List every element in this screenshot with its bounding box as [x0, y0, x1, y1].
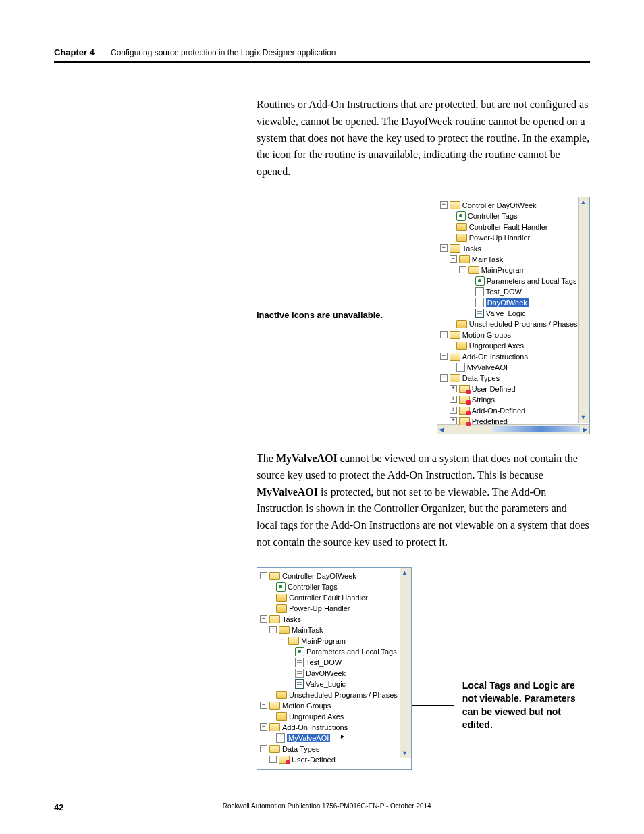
tree-node-mainprogram[interactable]: −MainProgram [440, 265, 589, 276]
tree-label: Unscheduled Programs / Phases [469, 320, 578, 328]
tree-node-motion-groups[interactable]: −Motion Groups [260, 700, 411, 711]
collapse-icon[interactable]: − [260, 723, 267, 731]
folder-open-icon [269, 723, 280, 731]
tree-node-user-defined[interactable]: +User-Defined [440, 384, 589, 394]
collapse-icon[interactable]: − [260, 745, 267, 752]
tree-node-valve-logic[interactable]: Valve_Logic [260, 679, 411, 689]
tree-node-params[interactable]: Parameters and Local Tags [260, 646, 411, 657]
expand-icon[interactable]: + [269, 756, 277, 763]
section-title: Configuring source protection in the Log… [111, 48, 336, 57]
callout-local-tags: Local Tags and Logic are not viewable. P… [462, 679, 590, 732]
tree-node-dayofweek[interactable]: DayOfWeek [260, 668, 411, 679]
collapse-icon[interactable]: − [260, 615, 267, 623]
collapse-icon[interactable]: − [440, 374, 448, 382]
tags-icon [456, 211, 466, 221]
tree-label: Data Types [462, 374, 500, 382]
tree-node-controller-tags[interactable]: Controller Tags [260, 581, 411, 592]
controller-organizer-tree-1[interactable]: ▲ ▼ ◀ ▶ −Controller DayOfWeek Controller… [437, 197, 590, 434]
tree-node-dayofweek[interactable]: DayOfWeek [440, 297, 589, 308]
tree-node-powerup[interactable]: Power-Up Handler [260, 603, 411, 614]
tree-node-motion-groups[interactable]: −Motion Groups [440, 330, 589, 340]
tree-label-selected: DayOfWeek [486, 298, 529, 307]
tree-node-aoi[interactable]: −Add-On Instructions [260, 722, 411, 733]
tags-icon [295, 647, 304, 656]
tree-label: Ungrouped Axes [289, 712, 344, 721]
collapse-icon[interactable]: − [440, 201, 448, 209]
tags-icon [276, 582, 286, 592]
tree-node-unscheduled[interactable]: Unscheduled Programs / Phases [440, 319, 589, 330]
routine-icon [295, 658, 304, 667]
tree-node-params[interactable]: Parameters and Local Tags [440, 276, 589, 286]
collapse-icon[interactable]: − [269, 626, 277, 633]
tree-node-user-defined[interactable]: +User-Defined [260, 754, 411, 765]
tree-node-data-types[interactable]: −Data Types [440, 373, 589, 384]
scroll-up-icon[interactable]: ▲ [579, 197, 588, 207]
tree-label-selected: MyValveAOI [287, 734, 330, 742]
datatype-icon [459, 417, 470, 425]
collapse-icon[interactable]: − [459, 266, 466, 273]
task-icon [279, 626, 290, 634]
controller-organizer-tree-2[interactable]: ▲ ▼ −Controller DayOfWeek Controller Tag… [257, 567, 412, 770]
tree-node-myvalveaoi[interactable]: MyValveAOI [440, 362, 589, 373]
tree-node-maintask[interactable]: −MainTask [260, 625, 411, 635]
routine-disabled-icon [475, 298, 484, 307]
tree-label: Parameters and Local Tags [487, 277, 577, 285]
tree-node-test-dow[interactable]: Test_DOW [440, 286, 589, 297]
figure-1-row: Inactive icons are unavailable. ▲ ▼ ◀ ▶ … [54, 197, 590, 434]
collapse-icon[interactable]: − [440, 353, 448, 360]
scroll-left-icon[interactable]: ◀ [437, 425, 447, 434]
vertical-scrollbar[interactable]: ▲ ▼ [578, 197, 589, 423]
collapse-icon[interactable]: − [440, 331, 448, 338]
expand-icon[interactable]: + [450, 385, 457, 392]
scroll-up-icon[interactable]: ▲ [400, 568, 410, 577]
callout-arrow-icon [332, 737, 346, 737]
tree-label: Power-Up Handler [289, 604, 350, 613]
tree-node-strings[interactable]: +Strings [440, 394, 589, 405]
scroll-right-icon[interactable]: ▶ [580, 425, 589, 434]
tree-label: Controller DayOfWeek [462, 201, 537, 209]
program-icon [468, 266, 479, 274]
tree-node-test-dow[interactable]: Test_DOW [260, 657, 411, 668]
tree-label: Controller Fault Handler [289, 594, 368, 602]
collapse-icon[interactable]: − [260, 572, 267, 579]
tree-node-controller[interactable]: −Controller DayOfWeek [260, 571, 411, 581]
tree-node-data-types[interactable]: −Data Types [260, 744, 411, 754]
tree-node-myvalveaoi[interactable]: MyValveAOI [260, 733, 411, 744]
expand-icon[interactable]: + [450, 407, 457, 414]
text-bold: MyValveAOI [257, 486, 318, 498]
tree-node-fault-handler[interactable]: Controller Fault Handler [260, 592, 411, 603]
tree-node-unscheduled[interactable]: Unscheduled Programs / Phases [260, 689, 411, 700]
collapse-icon[interactable]: − [260, 702, 267, 709]
tree-node-controller-tags[interactable]: Controller Tags [440, 211, 589, 221]
tree-label: DayOfWeek [306, 669, 346, 677]
vertical-scrollbar[interactable]: ▲ ▼ [400, 568, 411, 758]
tree-node-tasks[interactable]: −Tasks [260, 614, 411, 625]
tree-node-controller[interactable]: −Controller DayOfWeek [440, 200, 589, 211]
tree-node-aoi-defined[interactable]: +Add-On-Defined [440, 405, 589, 416]
tree-node-fault-handler[interactable]: Controller Fault Handler [440, 221, 589, 232]
tree-node-mainprogram[interactable]: −MainProgram [260, 635, 411, 646]
tags-icon [475, 276, 485, 286]
routine-disabled-icon [295, 669, 304, 678]
datatype-icon [459, 407, 470, 415]
tree-node-valve-logic[interactable]: Valve_Logic [440, 308, 589, 319]
callout-inactive-icons: Inactive icons are unavailable. [54, 310, 431, 320]
scroll-down-icon[interactable]: ▼ [579, 413, 588, 422]
callout-connector-line [412, 705, 454, 706]
expand-icon[interactable]: + [450, 396, 457, 403]
tree-node-ungrouped-axes[interactable]: Ungrouped Axes [440, 340, 589, 351]
tree-node-tasks[interactable]: −Tasks [440, 243, 589, 254]
tree-label: Unscheduled Programs / Phases [289, 691, 398, 699]
collapse-icon[interactable]: − [440, 244, 448, 252]
scroll-thumb[interactable] [492, 426, 589, 432]
collapse-icon[interactable]: − [279, 637, 286, 644]
tree-node-ungrouped-axes[interactable]: Ungrouped Axes [260, 711, 411, 722]
folder-open-icon [450, 331, 460, 339]
tree-node-aoi[interactable]: −Add-On Instructions [440, 351, 589, 362]
aoi-icon [276, 733, 285, 743]
collapse-icon[interactable]: − [450, 255, 457, 263]
tree-node-maintask[interactable]: −MainTask [440, 254, 589, 265]
tree-node-powerup[interactable]: Power-Up Handler [440, 232, 589, 243]
scroll-down-icon[interactable]: ▼ [400, 748, 410, 758]
page-header: Chapter 4 Configuring source protection … [54, 47, 590, 63]
